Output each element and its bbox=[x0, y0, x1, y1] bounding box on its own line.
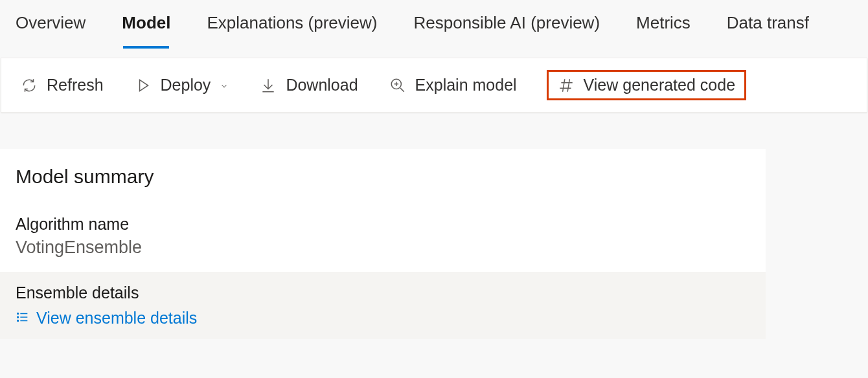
ensemble-details-section: Ensemble details View ensemble details bbox=[0, 272, 766, 339]
tabs-bar: Overview Model Explanations (preview) Re… bbox=[0, 0, 868, 49]
refresh-label: Refresh bbox=[47, 76, 104, 94]
algorithm-name-value: VotingEnsemble bbox=[16, 238, 750, 258]
model-summary-card: Model summary Algorithm name VotingEnsem… bbox=[0, 149, 766, 339]
view-generated-code-label: View generated code bbox=[584, 76, 735, 94]
chevron-down-icon bbox=[220, 76, 229, 94]
explain-model-button[interactable]: Explain model bbox=[388, 73, 518, 97]
download-icon bbox=[260, 77, 277, 94]
tab-explanations[interactable]: Explanations (preview) bbox=[207, 13, 377, 49]
tab-model[interactable]: Model bbox=[122, 13, 170, 49]
svg-point-2 bbox=[17, 317, 19, 318]
list-icon bbox=[16, 310, 30, 327]
toolbar: Refresh Deploy Download Explain model Vi… bbox=[1, 58, 867, 113]
zoom-in-icon bbox=[389, 77, 406, 94]
model-summary-title: Model summary bbox=[16, 166, 750, 188]
refresh-button[interactable]: Refresh bbox=[19, 73, 105, 97]
svg-point-1 bbox=[17, 313, 19, 314]
refresh-icon bbox=[21, 77, 38, 94]
explain-model-label: Explain model bbox=[415, 76, 517, 94]
download-label: Download bbox=[286, 76, 358, 94]
content-area: Model summary Algorithm name VotingEnsem… bbox=[0, 149, 868, 339]
view-ensemble-details-link[interactable]: View ensemble details bbox=[16, 309, 750, 328]
ensemble-details-label: Ensemble details bbox=[16, 284, 750, 302]
download-button[interactable]: Download bbox=[258, 73, 359, 97]
view-generated-code-button[interactable]: View generated code bbox=[547, 70, 746, 100]
play-icon bbox=[135, 77, 152, 94]
algorithm-name-label: Algorithm name bbox=[16, 215, 750, 234]
tab-metrics[interactable]: Metrics bbox=[636, 13, 691, 49]
hash-icon bbox=[558, 77, 575, 94]
model-summary-top: Model summary Algorithm name VotingEnsem… bbox=[0, 149, 766, 272]
tab-overview[interactable]: Overview bbox=[16, 13, 86, 49]
tab-responsible-ai[interactable]: Responsible AI (preview) bbox=[413, 13, 600, 49]
deploy-button[interactable]: Deploy bbox=[133, 73, 231, 97]
tab-data-transf[interactable]: Data transf bbox=[727, 13, 809, 49]
view-ensemble-details-text: View ensemble details bbox=[36, 309, 197, 328]
svg-point-3 bbox=[17, 320, 19, 321]
deploy-label: Deploy bbox=[161, 76, 211, 94]
